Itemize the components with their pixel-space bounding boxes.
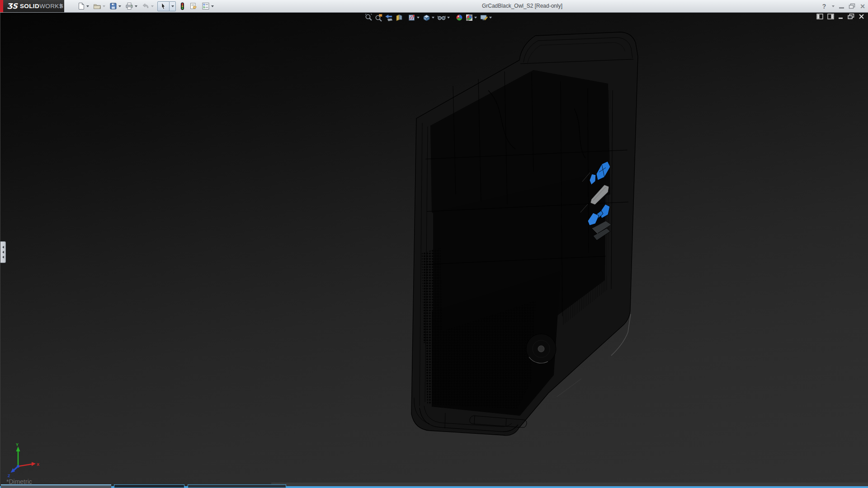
app-close-button[interactable]: ✕ [860, 0, 865, 12]
display-style-button[interactable] [408, 13, 420, 22]
new-document-icon [77, 2, 85, 10]
zoom-to-fit-button[interactable] [365, 13, 373, 22]
app-restore-button[interactable] [849, 0, 855, 12]
pane-left-toggle[interactable] [816, 14, 823, 19]
save-button[interactable] [109, 1, 122, 11]
minimize-icon [839, 7, 844, 9]
rebuild-button[interactable] [179, 1, 186, 11]
options-dropdown-arrow[interactable] [211, 5, 214, 7]
open-folder-icon [93, 2, 101, 10]
display-style-icon [408, 14, 416, 22]
taskbar-window-button[interactable] [114, 484, 184, 488]
help-icon: ? [822, 3, 826, 10]
doc-close-icon [859, 14, 864, 19]
app-minimize-button[interactable] [839, 0, 844, 12]
doc-minimize-icon [838, 14, 844, 19]
zoom-to-area-button[interactable] [375, 13, 383, 22]
file-properties-icon [189, 2, 198, 10]
zoom-to-area-icon [375, 14, 383, 22]
titlebar-controls: ? ✕ [818, 0, 865, 12]
taskbar-window-button[interactable] [1, 484, 111, 488]
brand-name-bold: SOLID [20, 3, 39, 9]
menu-flyout-arrow[interactable] [60, 3, 63, 9]
undo-button[interactable] [141, 1, 154, 11]
edit-appearance-ball-icon [455, 14, 463, 22]
doc-minimize-button[interactable] [838, 14, 844, 19]
rebuild-trafficlight-icon [179, 2, 185, 10]
print-icon [125, 2, 133, 10]
doc-restore-icon [848, 14, 854, 19]
featuretree-splitter-tab[interactable] [0, 241, 6, 263]
pane-right-toggle[interactable] [827, 14, 834, 19]
restore-icon [849, 3, 855, 9]
open-dropdown-arrow[interactable] [103, 5, 105, 7]
open-button[interactable] [93, 1, 106, 11]
options-button[interactable] [201, 1, 214, 11]
collapse-arrow-icon [2, 256, 4, 258]
collapse-arrow-icon [2, 246, 4, 249]
doc-close-button[interactable] [859, 14, 864, 19]
graphics-area[interactable]: *Dimetric [0, 12, 868, 487]
section-view-button[interactable] [395, 13, 403, 22]
view-settings-dropdown[interactable] [489, 17, 492, 19]
logo-red-accent [0, 0, 3, 12]
apply-scene-dropdown[interactable] [474, 17, 477, 19]
hide-show-glasses-icon [437, 14, 446, 22]
view-settings-button[interactable] [480, 13, 493, 22]
hide-show-dropdown[interactable] [447, 17, 450, 19]
taskbar-window-button[interactable] [188, 484, 286, 488]
file-properties-button[interactable] [189, 1, 198, 11]
select-button[interactable] [157, 1, 176, 11]
headsup-view-toolbar [365, 13, 495, 22]
ds-logo-glyph: ƷS [7, 2, 18, 10]
pane-right-icon [827, 14, 834, 19]
view-orientation-dropdown[interactable] [432, 17, 434, 19]
standard-toolbar [77, 1, 217, 11]
apply-scene-icon [465, 14, 473, 22]
previous-view-icon [385, 14, 393, 22]
view-orientation-button[interactable] [422, 13, 435, 22]
edit-appearance-button[interactable] [455, 13, 463, 22]
collapse-arrow-icon [2, 251, 4, 253]
close-icon: ✕ [860, 3, 865, 10]
document-window-controls [812, 14, 864, 19]
display-style-dropdown[interactable] [417, 17, 420, 19]
doc-restore-button[interactable] [848, 14, 854, 19]
help-button[interactable]: ? [822, 0, 826, 12]
options-icon [202, 2, 210, 10]
taskbar-sliver [0, 483, 868, 488]
select-cursor-icon [160, 2, 167, 10]
view-settings-icon [480, 14, 488, 22]
select-dropdown-arrow[interactable] [170, 1, 176, 11]
previous-view-button[interactable] [385, 13, 393, 22]
section-view-icon [395, 14, 403, 22]
save-floppy-icon [109, 2, 117, 10]
pane-left-icon [816, 14, 823, 19]
view-orientation-cube-icon [422, 14, 431, 22]
menu-bar: ƷS SOLIDWORKS [0, 0, 868, 13]
undo-dropdown-arrow[interactable] [151, 5, 154, 7]
new-dropdown-arrow[interactable] [86, 5, 89, 7]
print-button[interactable] [125, 1, 138, 11]
print-dropdown-arrow[interactable] [135, 5, 137, 7]
solidworks-logo[interactable]: ƷS SOLIDWORKS [0, 0, 64, 12]
save-dropdown-arrow[interactable] [118, 5, 121, 7]
hide-show-items-button[interactable] [437, 13, 451, 22]
window-title: GrCadBlack_Owl_S2 [Read-only] [466, 3, 579, 9]
help-dropdown[interactable] [830, 0, 835, 12]
zoom-to-fit-icon [365, 14, 373, 22]
new-document-button[interactable] [77, 1, 90, 11]
apply-scene-button[interactable] [465, 13, 478, 22]
undo-icon [142, 2, 150, 10]
